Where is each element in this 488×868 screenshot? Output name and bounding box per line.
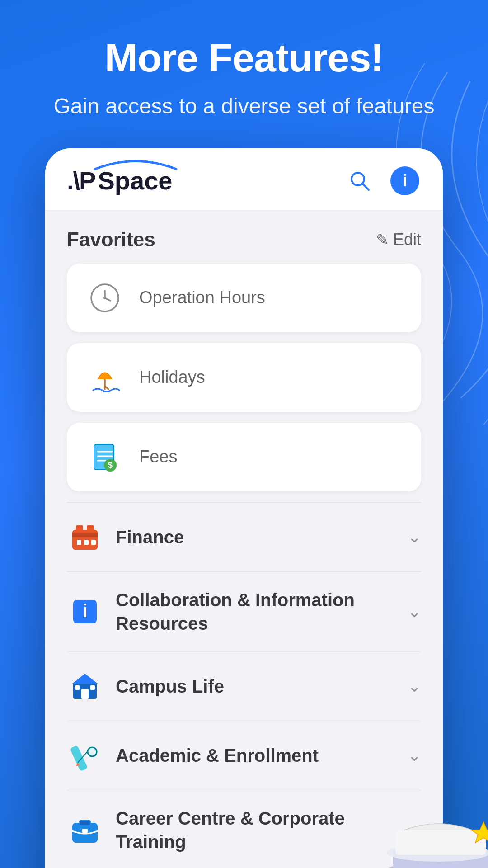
category-academic[interactable]: Academic & Enrollment ⌄	[67, 721, 421, 790]
favorites-header: Favorites ✎ Edit	[67, 228, 421, 251]
academic-label: Academic & Enrollment	[116, 744, 395, 767]
svg-rect-20	[84, 540, 89, 545]
info-resources-icon: i	[67, 594, 103, 630]
campus-icon	[67, 668, 103, 704]
campus-label: Campus Life	[116, 675, 395, 698]
svg-rect-26	[81, 689, 89, 699]
collaboration-label: Collaboration & Information Resources	[116, 588, 395, 635]
svg-text:i: i	[82, 601, 87, 621]
svg-rect-17	[87, 525, 94, 533]
svg-rect-16	[76, 525, 83, 533]
svg-marker-25	[72, 674, 98, 684]
edit-button[interactable]: ✎ Edit	[376, 230, 421, 249]
svg-point-5	[103, 297, 106, 299]
svg-line-1	[362, 184, 369, 190]
chevron-campus: ⌄	[408, 677, 421, 696]
svg-rect-34	[80, 820, 90, 826]
hero-section: More Features! Gain access to a diverse …	[0, 0, 488, 121]
app-content: Favorites ✎ Edit Operation Hours	[45, 210, 443, 868]
chevron-academic: ⌄	[408, 746, 421, 765]
app-mockup: .​\PSpace i Favorites ✎ Edit	[45, 148, 443, 868]
chevron-finance: ⌄	[408, 528, 421, 547]
search-button[interactable]	[343, 165, 376, 197]
svg-point-32	[88, 747, 97, 756]
svg-rect-36	[82, 829, 88, 833]
hero-title: More Features!	[27, 36, 461, 80]
holidays-label: Holidays	[139, 368, 205, 387]
svg-rect-29	[76, 683, 78, 684]
info-button[interactable]: i	[389, 165, 421, 197]
svg-rect-27	[75, 685, 80, 690]
category-career[interactable]: Career Centre & Corporate Training ⌄	[67, 790, 421, 868]
fees-label: Fees	[139, 447, 177, 467]
app-header: .​\PSpace i	[45, 148, 443, 210]
svg-text:$: $	[108, 461, 113, 470]
hero-subtitle: Gain access to a diverse set of features	[27, 91, 461, 121]
svg-rect-30	[92, 683, 94, 684]
category-finance[interactable]: Finance ⌄	[67, 502, 421, 571]
category-campus[interactable]: Campus Life ⌄	[67, 651, 421, 721]
header-icons: i	[343, 165, 421, 197]
favorites-list: Operation Hours Holidays	[67, 264, 421, 491]
svg-rect-18	[72, 533, 98, 537]
chevron-career: ⌄	[408, 821, 421, 840]
finance-icon	[67, 519, 103, 555]
finance-label: Finance	[116, 525, 395, 549]
svg-rect-31	[70, 745, 88, 771]
svg-rect-28	[90, 685, 95, 690]
favorites-title: Favorites	[67, 228, 155, 251]
svg-rect-21	[91, 540, 96, 545]
category-collaboration[interactable]: i Collaboration & Information Resources …	[67, 571, 421, 651]
academic-icon	[67, 737, 103, 774]
favorite-item-operation-hours[interactable]: Operation Hours	[67, 264, 421, 332]
info-icon: i	[390, 166, 419, 195]
categories-section: Finance ⌄ i Collaboration & Information …	[67, 502, 421, 868]
favorite-item-holidays[interactable]: Holidays	[67, 343, 421, 412]
edit-icon: ✎	[376, 231, 389, 249]
beach-icon	[87, 359, 123, 396]
app-logo: .​\PSpace	[67, 166, 172, 195]
svg-marker-68	[471, 822, 488, 843]
career-icon	[67, 812, 103, 848]
clock-icon	[87, 280, 123, 316]
operation-hours-label: Operation Hours	[139, 288, 265, 307]
favorite-item-fees[interactable]: $ Fees	[67, 423, 421, 491]
svg-rect-19	[77, 540, 81, 545]
chevron-collaboration: ⌄	[408, 602, 421, 621]
fees-icon: $	[87, 439, 123, 475]
career-label: Career Centre & Corporate Training	[116, 807, 395, 854]
